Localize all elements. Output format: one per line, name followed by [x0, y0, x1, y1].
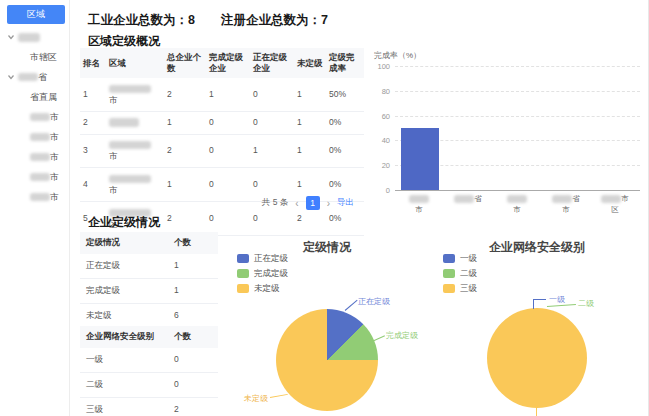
cell-rank: 1 [80, 78, 106, 111]
legend-item[interactable]: 三级 [443, 281, 477, 296]
cell-total: 2 [164, 78, 206, 111]
blurred-region-name [552, 195, 572, 203]
col-grading: 正在定级企业 [250, 48, 294, 78]
table-header-row: 企业网络安全级别 个数 [80, 326, 218, 348]
cell-grading: 0 [250, 78, 294, 111]
legend-item[interactable]: 正在定级 [237, 251, 288, 266]
table-header-row: 定级情况 个数 [80, 232, 218, 254]
sidebar-item-city-1[interactable]: 市 [0, 107, 69, 127]
enterprise-section-title: 企业定级情况 [88, 214, 160, 231]
gridline [395, 66, 640, 67]
table-row: 1 市 2 1 0 1 50% [80, 78, 364, 111]
export-button[interactable]: 导出 [337, 197, 354, 209]
y-tick: 20 [368, 161, 390, 170]
legend-swatch [443, 284, 455, 293]
pie-label-line [270, 394, 288, 398]
pie-label-line [533, 299, 546, 300]
sidebar-item-province-1[interactable] [0, 27, 69, 47]
pie-callout: 正在定级 [358, 296, 390, 307]
y-tick: 40 [368, 136, 390, 145]
legend-item[interactable]: 二级 [443, 266, 477, 281]
pie-callout: 未定级 [244, 393, 268, 404]
next-page-button[interactable]: › [327, 198, 330, 209]
tree-item-label: 省直属 [30, 91, 57, 104]
tree-item-suffix: 省 [38, 71, 47, 84]
blurred-region-name [409, 195, 429, 203]
sidebar-item-city-4[interactable]: 市 [0, 167, 69, 187]
pie-callout: 一级 [549, 294, 565, 305]
col-rate: 定级完成率 [326, 48, 364, 78]
page-number-button[interactable]: 1 [306, 196, 320, 210]
table-row: 正在定级1 [80, 254, 218, 279]
security-level-pie [487, 308, 587, 408]
blurred-region-name [601, 195, 621, 203]
legend-swatch [237, 284, 249, 293]
cell-grading: 0 [250, 112, 294, 134]
cell-ungraded: 1 [294, 78, 326, 111]
sidebar-item-provincial[interactable]: 省直属 [0, 87, 69, 107]
industrial-total-value: 8 [188, 13, 195, 27]
cell-grading: 1 [250, 134, 294, 168]
tree-item-suffix: 市 [50, 191, 59, 204]
tree-item-suffix: 市 [50, 111, 59, 124]
blurred-region-name [109, 118, 139, 127]
blurred-region-name [18, 73, 38, 81]
legend-item[interactable]: 完成定级 [237, 266, 288, 281]
cell-rank: 3 [80, 134, 106, 168]
blurred-region-name [30, 133, 50, 141]
blurred-region-name [30, 173, 50, 181]
tree-item-label: 市辖区 [30, 51, 57, 64]
col-total: 总企业个数 [164, 48, 206, 78]
pie2-title: 企业网络安全级别 [462, 239, 612, 256]
cell-completed: 0 [206, 112, 250, 134]
sidebar-item-city-2[interactable]: 市 [0, 127, 69, 147]
col-region: 区域 [106, 48, 164, 78]
table-row: 二级0 [80, 373, 218, 398]
pie-label-line [533, 299, 534, 309]
table-row: 2 1 0 0 1 0% [80, 112, 364, 134]
col-count: 个数 [174, 237, 212, 249]
registered-total-value: 7 [321, 13, 328, 27]
cell-completed: 0 [206, 134, 250, 168]
sidebar-item-city-5[interactable]: 市 [0, 187, 69, 207]
table-row: 完成定级1 [80, 279, 218, 304]
x-label: 省市 [544, 194, 588, 215]
cell-total: 2 [164, 134, 206, 168]
dashboard-page: 区域 市辖区 省 省直属 市 市 市 [0, 0, 649, 416]
cell-rate: 0% [326, 112, 364, 134]
cell-region [106, 112, 164, 134]
col-count: 个数 [174, 331, 212, 343]
legend-item[interactable]: 未定级 [237, 281, 288, 296]
tree-item-suffix: 市 [50, 151, 59, 164]
blurred-region-name [30, 113, 50, 121]
blurred-region-name [507, 195, 527, 203]
prev-page-button[interactable]: ‹ [295, 198, 298, 209]
chevron-down-icon [7, 73, 15, 81]
blurred-region-name [30, 153, 50, 161]
legend-swatch [237, 254, 249, 263]
pie-callout: 二级 [578, 298, 594, 309]
pie-label-line [372, 335, 385, 342]
sidebar-item-province-2[interactable]: 省 [0, 67, 69, 87]
table-row: 三级2 [80, 398, 218, 416]
industrial-total-label: 工业企业总数为： [88, 13, 188, 27]
legend-swatch [443, 269, 455, 278]
grading-status-table: 定级情况 个数 正在定级1 完成定级1 未定级6 [80, 232, 218, 329]
x-label: 省 [446, 194, 490, 205]
table-row: 3 市 2 0 1 1 0% [80, 134, 364, 168]
legend-item[interactable]: 一级 [443, 251, 477, 266]
gridline [395, 116, 640, 117]
pie-label-line [536, 407, 537, 416]
blurred-region-name [454, 195, 474, 203]
blurred-region-name [109, 141, 151, 149]
x-label: 市区 [593, 194, 637, 215]
sidebar-item-city-3[interactable]: 市 [0, 147, 69, 167]
cell-ungraded: 1 [294, 112, 326, 134]
blurred-region-name [18, 33, 40, 42]
x-axis-line [395, 190, 640, 191]
registered-total-label: 注册企业总数为： [221, 13, 321, 27]
col-ungraded: 未定级 [294, 48, 326, 78]
sidebar-item-district[interactable]: 市辖区 [0, 47, 69, 67]
gridline [395, 91, 640, 92]
region-panel-button[interactable]: 区域 [7, 5, 65, 24]
